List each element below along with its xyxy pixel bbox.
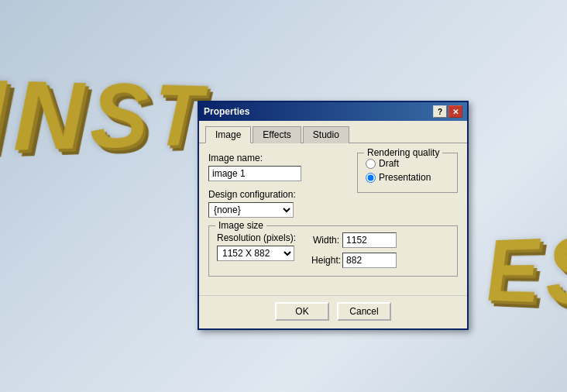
title-bar-buttons: ? ✕ (433, 105, 462, 118)
properties-dialog: Properties ? ✕ Image Effects Studio Imag… (198, 101, 469, 330)
tab-bar: Image Effects Studio (199, 121, 467, 143)
image-name-label: Image name: (208, 153, 345, 163)
rendering-quality-legend: Rendering quality (364, 147, 442, 158)
right-column: Rendering quality Draft Presentation (357, 153, 458, 225)
image-size-group: Image size Resolution (pixels): 1152 X 8… (208, 225, 458, 277)
close-button[interactable]: ✕ (448, 105, 462, 118)
design-config-select[interactable]: {none} (208, 202, 294, 218)
draft-radio[interactable] (366, 159, 376, 169)
presentation-radio[interactable] (366, 173, 376, 183)
width-row: Width: (311, 232, 397, 248)
ok-button[interactable]: OK (275, 302, 329, 321)
design-config-select-container: {none} (208, 202, 345, 218)
tab-effects[interactable]: Effects (253, 126, 301, 143)
presentation-label: Presentation (379, 172, 431, 183)
image-size-legend: Image size (215, 220, 266, 231)
wh-col: Width: Height: (311, 232, 397, 268)
title-bar: Properties ? ✕ (199, 102, 467, 121)
image-name-row: Image name: (208, 153, 345, 181)
bg-text-left: INST (0, 55, 209, 174)
design-config-label: Design configuration: (208, 189, 345, 200)
draft-radio-row: Draft (366, 158, 449, 169)
resolution-select[interactable]: 1152 X 882 (217, 246, 294, 261)
draft-label: Draft (379, 158, 399, 169)
image-size-inner: Resolution (pixels): 1152 X 882 Width: H (217, 232, 449, 268)
design-config-row: Design configuration: {none} (208, 189, 345, 218)
height-label: Height: (311, 255, 339, 266)
image-name-input[interactable] (208, 166, 301, 181)
rendering-quality-group: Rendering quality Draft Presentation (357, 153, 458, 193)
cancel-button[interactable]: Cancel (337, 302, 391, 321)
tab-studio[interactable]: Studio (303, 126, 349, 143)
dialog-title: Properties (204, 106, 249, 117)
bg-text-right: ES (483, 212, 567, 328)
width-input[interactable] (342, 232, 397, 248)
help-button[interactable]: ? (433, 105, 447, 118)
height-input[interactable] (342, 253, 397, 268)
resolution-col: Resolution (pixels): 1152 X 882 (217, 232, 296, 261)
left-column: Image name: Design configuration: {none} (208, 153, 345, 225)
presentation-radio-row: Presentation (366, 172, 449, 183)
dialog-buttons: OK Cancel (199, 295, 467, 328)
resolution-label: Resolution (pixels): (217, 232, 296, 243)
resolution-select-container: 1152 X 882 (217, 246, 296, 261)
dialog-content: Image name: Design configuration: {none} (199, 143, 467, 295)
tab-image[interactable]: Image (205, 126, 251, 143)
width-label: Width: (311, 235, 339, 246)
height-row: Height: (311, 253, 397, 268)
